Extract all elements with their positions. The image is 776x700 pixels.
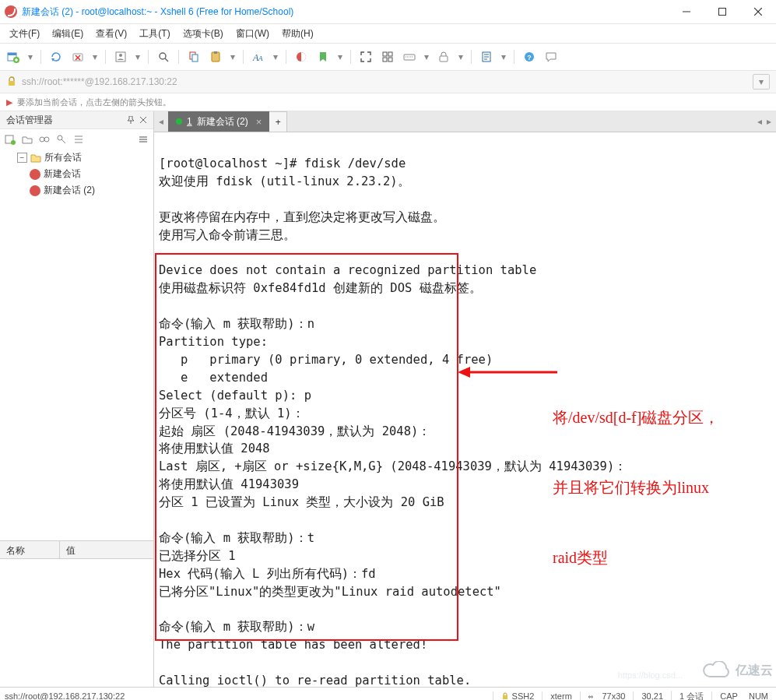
help-icon[interactable]: ?	[521, 48, 538, 65]
tab-scroll-left-icon[interactable]: ◂	[757, 116, 762, 127]
svg-line-45	[61, 139, 65, 143]
svg-point-41	[11, 140, 16, 145]
tab-scroll-right-icon[interactable]: ▸	[767, 116, 771, 127]
session-icon	[30, 169, 40, 180]
menu-tabs[interactable]: 选项卡(B)	[178, 26, 228, 42]
separator	[471, 50, 472, 64]
copy-icon[interactable]	[185, 48, 202, 65]
prop-col-value[interactable]: 值	[60, 541, 82, 558]
tab-scroll-left[interactable]: ◂	[154, 111, 168, 132]
separator	[105, 50, 106, 64]
address-text[interactable]: ssh://root:******@192.168.217.130:22	[22, 76, 177, 87]
menu-view[interactable]: 查看(V)	[91, 26, 132, 42]
svg-rect-27	[388, 58, 392, 62]
address-bar: ssh://root:******@192.168.217.130:22 ▾	[0, 71, 776, 93]
menu-tools[interactable]: 工具(T)	[135, 26, 174, 42]
terminal-pane: ◂ 1 新建会话 (2) × + ◂ ▸ [root@localhost ~]#…	[154, 111, 776, 687]
annotation-text: 将/dev/sd[d-f]磁盘分区， 并且将它们转换为linux raid类型	[553, 359, 719, 616]
bookmark-icon[interactable]	[314, 48, 332, 65]
folder-icon	[30, 153, 41, 164]
menubar: 文件(F) 编辑(E) 查看(V) 工具(T) 选项卡(B) 窗口(W) 帮助(…	[0, 24, 776, 44]
session-tree[interactable]: − 所有会话 新建会话 新建会话 (2)	[0, 129, 153, 540]
svg-rect-26	[383, 58, 387, 62]
tree-folder-icon[interactable]	[22, 134, 33, 145]
collapse-icon[interactable]: −	[17, 153, 27, 163]
close-button[interactable]	[740, 0, 776, 23]
profile-icon[interactable]	[112, 48, 129, 65]
dropdown-icon[interactable]: ▾	[91, 51, 99, 62]
address-add-button[interactable]: ▾	[753, 74, 770, 90]
keyboard-icon[interactable]	[401, 48, 418, 65]
annotation-line1: 将/dev/sd[d-f]磁盘分区，	[553, 406, 719, 429]
dropdown-icon[interactable]: ▾	[500, 51, 507, 62]
separator	[350, 50, 351, 64]
svg-rect-25	[388, 52, 392, 56]
svg-rect-37	[9, 81, 15, 86]
svg-rect-5	[8, 53, 16, 55]
menu-window[interactable]: 窗口(W)	[231, 26, 274, 42]
reconnect-icon[interactable]	[47, 48, 65, 65]
tree-root-label: 所有会话	[44, 151, 82, 164]
dropdown-icon[interactable]: ▾	[336, 51, 344, 62]
dropdown-icon[interactable]: ▾	[229, 51, 237, 62]
separator	[286, 50, 286, 64]
status-dot-icon	[176, 118, 182, 125]
app-icon	[5, 5, 17, 18]
minimize-button[interactable]	[669, 0, 704, 23]
new-tab-button[interactable]: +	[269, 111, 287, 132]
dropdown-icon[interactable]: ▾	[457, 51, 465, 62]
lock-view-icon[interactable]	[435, 48, 452, 65]
hint-text: 要添加当前会话，点击左侧的箭头按钮。	[17, 97, 171, 108]
tree-link-icon[interactable]	[39, 134, 50, 145]
window-title: 新建会话 (2) - root@localhost:~ - Xshell 6 (…	[22, 5, 669, 19]
lock-icon	[6, 76, 17, 87]
tree-list-icon[interactable]	[73, 134, 84, 145]
separator	[243, 50, 244, 64]
flag-icon: ▶	[6, 97, 12, 107]
menu-help[interactable]: 帮助(H)	[277, 26, 318, 42]
svg-text:A: A	[258, 55, 263, 62]
font-icon[interactable]: AA	[250, 48, 267, 65]
color-scheme-icon[interactable]	[293, 48, 310, 65]
status-term: xterm	[542, 691, 580, 700]
script-icon[interactable]	[478, 48, 495, 65]
terminal[interactable]: [root@localhost ~]# fdisk /dev/sde 欢迎使用 …	[154, 132, 776, 687]
dropdown-icon[interactable]: ▾	[423, 51, 430, 62]
dropdown-icon[interactable]: ▾	[134, 51, 142, 62]
session-icon	[30, 185, 40, 196]
tab-session-1[interactable]: 1 新建会话 (2) ×	[168, 111, 269, 132]
menu-edit[interactable]: 编辑(E)	[47, 26, 88, 42]
fullscreen-icon[interactable]	[357, 48, 374, 65]
svg-text:?: ?	[527, 54, 532, 62]
close-icon[interactable]	[139, 116, 147, 124]
dropdown-icon[interactable]: ▾	[272, 51, 279, 62]
chat-icon[interactable]	[542, 48, 560, 65]
status-size: ⇔ 77x30	[580, 691, 634, 701]
dropdown-icon[interactable]: ▾	[26, 51, 34, 62]
status-cap: CAP NUM	[711, 691, 776, 700]
menu-file[interactable]: 文件(F)	[5, 26, 44, 42]
tree-new-icon[interactable]	[5, 134, 16, 145]
status-left: ssh://root@192.168.217.130:22	[0, 691, 493, 700]
tile-icon[interactable]	[379, 48, 396, 65]
tree-root[interactable]: − 所有会话	[0, 149, 153, 166]
svg-rect-54	[503, 695, 507, 699]
disconnect-icon[interactable]	[69, 48, 86, 65]
tree-item[interactable]: 新建会话 (2)	[0, 182, 153, 199]
status-cursor: 30,21	[633, 691, 671, 700]
status-protocol: SSH2	[493, 691, 542, 700]
maximize-button[interactable]	[704, 0, 740, 23]
new-session-icon[interactable]	[5, 48, 22, 65]
annotation-line3: raid类型	[553, 546, 719, 569]
prop-col-name[interactable]: 名称	[0, 541, 60, 558]
paste-icon[interactable]	[207, 48, 224, 65]
tab-index: 1	[187, 116, 192, 127]
search-icon[interactable]	[155, 48, 172, 65]
tab-close-icon[interactable]: ×	[256, 116, 262, 128]
tree-key-icon[interactable]	[56, 134, 67, 145]
svg-rect-30	[440, 56, 448, 62]
pin-icon[interactable]	[127, 116, 135, 124]
tree-item-label: 新建会话 (2)	[44, 184, 95, 197]
tree-item[interactable]: 新建会话	[0, 166, 153, 182]
tree-menu-icon[interactable]	[138, 134, 149, 145]
